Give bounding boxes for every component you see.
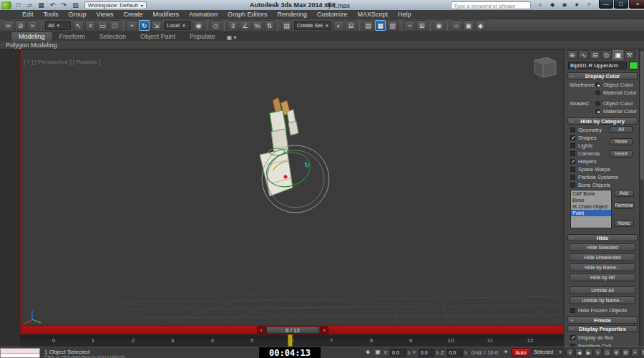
menu-modifiers[interactable]: Modifiers bbox=[147, 10, 184, 19]
pan-view-icon[interactable]: + bbox=[631, 348, 639, 357]
selection-filter-dropdown[interactable]: All▼ bbox=[45, 21, 71, 30]
hide-by-name-button[interactable]: Hide by Name... bbox=[570, 263, 635, 271]
y-coordinate-field[interactable]: 0.0 bbox=[419, 349, 434, 357]
z-coordinate-field[interactable]: 0.0 bbox=[447, 349, 463, 357]
go-to-start-icon[interactable]: « bbox=[566, 348, 574, 357]
reference-coordinate-system-dropdown[interactable]: Local▼ bbox=[164, 21, 191, 30]
geometry-checkbox[interactable] bbox=[570, 127, 575, 132]
auto-key-button[interactable]: Auto bbox=[512, 348, 530, 357]
tab-hierarchy-icon[interactable]: ⊟ bbox=[590, 50, 600, 59]
render-production-icon[interactable]: ◆ bbox=[475, 20, 486, 31]
tab-selection[interactable]: Selection bbox=[92, 32, 133, 41]
menu-create[interactable]: Create bbox=[118, 10, 147, 19]
listener-script-row[interactable] bbox=[1, 354, 39, 357]
tab-populate[interactable]: Populate bbox=[182, 32, 223, 41]
select-and-rotate-icon[interactable]: ↻ bbox=[139, 20, 150, 31]
help-icon[interactable]: ? bbox=[585, 1, 593, 9]
selection-lock-icon[interactable]: ▣ bbox=[374, 348, 382, 357]
menu-views[interactable]: Views bbox=[92, 10, 119, 19]
hide-frozen-objects-checkbox[interactable] bbox=[570, 308, 575, 313]
perspective-viewport[interactable]: [ + ] [ Perspective ] [ Realistic ] bbox=[20, 49, 564, 326]
cameras-label[interactable]: Cameras bbox=[578, 150, 600, 157]
polygon-modeling-panel[interactable]: Polygon Modeling bbox=[6, 42, 57, 49]
tab-freeform[interactable]: Freeform bbox=[52, 32, 93, 41]
wireframe-object-color-label[interactable]: Object Color bbox=[603, 82, 633, 88]
list-item[interactable]: IK Chain Object bbox=[571, 203, 611, 210]
select-and-manipulate-icon[interactable]: ◇ bbox=[210, 20, 221, 31]
menu-maxscript[interactable]: MAXScript bbox=[353, 10, 394, 19]
snaps-toggle-icon[interactable]: 3 bbox=[228, 20, 238, 31]
key-icon[interactable]: ◆ bbox=[548, 1, 557, 9]
rollout-toggle[interactable]: − bbox=[570, 73, 573, 79]
material-editor-icon[interactable]: ◉ bbox=[434, 20, 444, 31]
close-button[interactable]: × bbox=[629, 0, 644, 9]
tab-modeling[interactable]: Modeling bbox=[11, 32, 52, 41]
list-item[interactable]: Bone bbox=[571, 197, 611, 203]
search-icon[interactable]: ⌕ bbox=[536, 1, 545, 9]
view-cube[interactable] bbox=[535, 57, 556, 77]
angle-snap-icon[interactable]: ∠ bbox=[240, 20, 250, 31]
display-color-rollout[interactable]: − Display Color bbox=[567, 72, 638, 79]
category-invert-button[interactable]: Invert bbox=[610, 150, 633, 158]
x-coordinate-field[interactable]: 0.0 bbox=[390, 349, 406, 357]
rendered-frame-window-icon[interactable]: ▣ bbox=[463, 20, 474, 31]
select-and-move-icon[interactable]: + bbox=[127, 20, 137, 31]
hide-rollout[interactable]: − Hide bbox=[567, 234, 638, 241]
select-by-name-icon[interactable]: ≡ bbox=[85, 20, 96, 31]
list-item[interactable]: CAT Bone bbox=[571, 190, 611, 197]
edit-named-selection-sets-icon[interactable]: ▤ bbox=[281, 20, 292, 31]
cameras-checkbox[interactable] bbox=[570, 151, 575, 156]
helpers-checkbox[interactable] bbox=[570, 159, 575, 164]
zoom-viewport-icon[interactable]: ⊕ bbox=[613, 348, 620, 357]
lights-label[interactable]: Lights bbox=[578, 142, 592, 149]
bone-objects-label[interactable]: Bone Objects bbox=[578, 182, 610, 188]
hide-by-category-rollout[interactable]: − Hide by Category bbox=[567, 117, 638, 125]
time-slider-handle[interactable]: 6 / 12 bbox=[266, 326, 319, 334]
rollout-toggle[interactable]: − bbox=[570, 326, 573, 332]
gizmo-center-point[interactable] bbox=[284, 175, 288, 179]
shaded-object-color-label[interactable]: Object Color bbox=[603, 100, 633, 107]
tab-create-icon[interactable]: ⊕ bbox=[567, 50, 577, 59]
scrollbar-thumb[interactable] bbox=[640, 51, 643, 180]
list-remove-button[interactable]: Remove bbox=[614, 202, 634, 209]
ribbon-toggle-icon[interactable]: ▥ bbox=[387, 20, 398, 31]
panel-scrollbar[interactable] bbox=[639, 49, 643, 347]
category-all-button[interactable]: All bbox=[610, 126, 633, 133]
key-filter-dropdown[interactable]: Selected ▼ bbox=[532, 348, 565, 357]
align-icon[interactable]: ⊟ bbox=[346, 20, 356, 31]
hide-frozen-objects-label[interactable]: Hide Frozen Objects bbox=[578, 307, 627, 314]
save-file-icon[interactable]: ▦ bbox=[36, 1, 46, 9]
select-object-icon[interactable]: ↖ bbox=[73, 20, 84, 31]
tab-display-icon[interactable]: ▣ bbox=[613, 50, 623, 59]
minimize-button[interactable]: — bbox=[599, 0, 613, 9]
rectangular-selection-region-icon[interactable]: ▭ bbox=[97, 20, 108, 31]
window-crossing-icon[interactable]: □ bbox=[109, 20, 120, 31]
orbit-view-icon[interactable]: ↻ bbox=[640, 348, 644, 357]
schematic-view-icon[interactable]: ⊞ bbox=[416, 20, 427, 31]
shapes-checkbox[interactable] bbox=[570, 135, 575, 140]
hide-selected-button[interactable]: Hide Selected bbox=[570, 243, 635, 251]
workspace-dropdown[interactable]: Workspace: Default ▾ bbox=[84, 1, 147, 9]
zoom-extents-icon[interactable]: ⊞ bbox=[622, 348, 630, 357]
render-setup-icon[interactable]: ☼ bbox=[451, 20, 462, 31]
isolate-selection-icon[interactable]: ◈ bbox=[364, 348, 372, 357]
display-properties-rollout[interactable]: − Display Properties bbox=[567, 325, 638, 332]
lights-checkbox[interactable] bbox=[570, 143, 575, 148]
menu-help[interactable]: Help bbox=[393, 10, 416, 19]
rollout-toggle[interactable]: + bbox=[570, 317, 573, 324]
track-bar[interactable]: 0 1 2 3 4 5 6 7 8 9 10 11 12 bbox=[20, 334, 564, 347]
freeze-rollout[interactable]: + Freeze bbox=[567, 316, 638, 324]
redo-icon[interactable]: ↷ bbox=[59, 1, 69, 9]
y-spinner[interactable]: ⇅ bbox=[436, 350, 439, 355]
viewport-canvas[interactable]: ↻ bbox=[21, 50, 563, 325]
new-scene-icon[interactable]: □ bbox=[14, 1, 23, 9]
helpers-label[interactable]: Helpers bbox=[578, 158, 597, 165]
category-none-button[interactable]: None bbox=[610, 138, 633, 145]
hand-bone-model[interactable] bbox=[260, 97, 298, 196]
menu-edit[interactable]: Edit bbox=[17, 10, 39, 19]
project-folder-icon[interactable]: ▧ bbox=[71, 1, 80, 9]
tab-motion-icon[interactable]: ◎ bbox=[601, 50, 612, 59]
tab-modify-icon[interactable]: ∿ bbox=[578, 50, 589, 59]
percent-snap-icon[interactable]: % bbox=[252, 20, 263, 31]
maximize-button[interactable]: □ bbox=[614, 0, 628, 9]
